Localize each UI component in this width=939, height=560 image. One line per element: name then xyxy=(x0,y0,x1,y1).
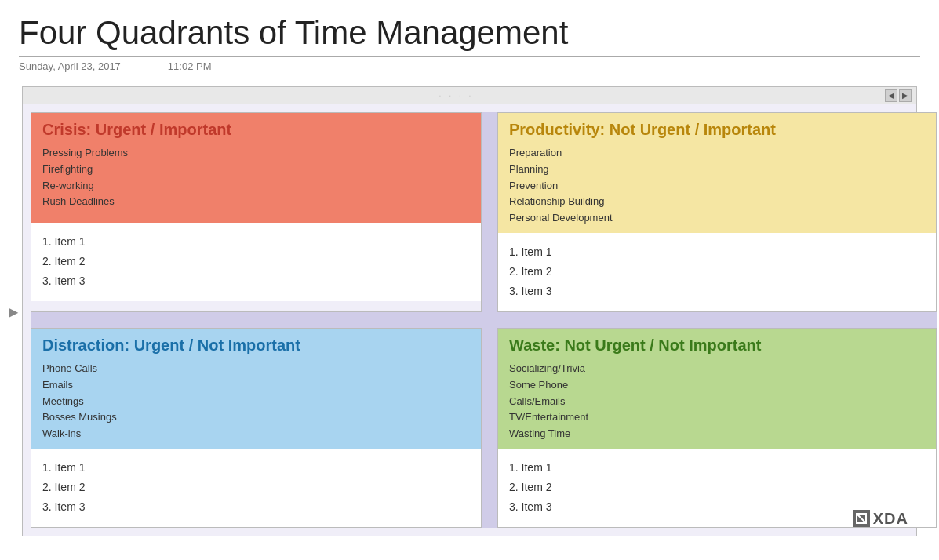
waste-item-4: Wasting Time xyxy=(509,426,925,442)
waste-item-1: Some Phone xyxy=(509,377,925,394)
watermark: XDA xyxy=(853,510,908,528)
quadrant-waste: Waste: Not Urgent / Not Important Social… xyxy=(497,328,937,528)
waste-title: Waste: Not Urgent / Not Important xyxy=(509,336,925,355)
waste-list-1: 2. Item 2 xyxy=(509,478,925,497)
productivity-list-2: 3. Item 3 xyxy=(509,282,925,301)
distraction-item-4: Walk-ins xyxy=(42,426,470,442)
nav-arrow-left[interactable]: ◀ xyxy=(885,89,897,102)
grid-container: Crisis: Urgent / Important Pressing Prob… xyxy=(23,104,916,536)
waste-header: Waste: Not Urgent / Not Important Social… xyxy=(498,329,936,449)
crisis-item-0: Pressing Problems xyxy=(42,145,470,162)
distraction-title: Distraction: Urgent / Not Important xyxy=(42,336,470,355)
frame-nav-dots: · · · · xyxy=(27,90,885,101)
crisis-item-3: Rush Deadlines xyxy=(42,194,470,210)
crisis-list-0: 1. Item 1 xyxy=(42,232,470,252)
content-frame: ▶ · · · · ◀ ▶ Crisis: Urgent / Important… xyxy=(22,86,917,536)
quadrant-crisis: Crisis: Urgent / Important Pressing Prob… xyxy=(31,112,482,312)
productivity-list-1: 2. Item 2 xyxy=(509,262,925,282)
waste-list-0: 1. Item 1 xyxy=(509,458,925,478)
spacer-mid-center xyxy=(482,312,497,328)
distraction-item-0: Phone Calls xyxy=(42,361,470,377)
distraction-items: 1. Item 1 2. Item 2 3. Item 3 xyxy=(31,449,481,527)
productivity-item-3: Relationship Building xyxy=(509,194,925,210)
page-meta: Sunday, April 23, 2017 11:02 PM xyxy=(19,60,920,72)
quadrant-grid: Crisis: Urgent / Important Pressing Prob… xyxy=(31,112,908,528)
nav-arrow-right[interactable]: ▶ xyxy=(899,89,912,102)
distraction-item-1: Emails xyxy=(42,377,470,394)
productivity-item-4: Personal Development xyxy=(509,210,925,227)
waste-item-0: Socializing/Trivia xyxy=(509,361,925,377)
quadrant-distraction: Distraction: Urgent / Not Important Phon… xyxy=(31,328,482,528)
distraction-list-2: 3. Item 3 xyxy=(42,497,470,517)
waste-item-3: TV/Entertainment xyxy=(509,409,925,426)
page-time: 11:02 PM xyxy=(168,60,212,72)
distraction-list-0: 1. Item 1 xyxy=(42,458,470,478)
productivity-title: Productivity: Not Urgent / Important xyxy=(509,121,925,139)
spacer-bottom-center xyxy=(482,328,497,528)
productivity-item-2: Prevention xyxy=(509,178,925,195)
watermark-icon-box xyxy=(853,510,870,527)
crisis-items: 1. Item 1 2. Item 2 3. Item 3 xyxy=(31,223,481,301)
productivity-items: 1. Item 1 2. Item 2 3. Item 3 xyxy=(498,233,936,311)
quadrant-productivity: Productivity: Not Urgent / Important Pre… xyxy=(497,112,937,312)
crisis-list-1: 2. Item 2 xyxy=(42,252,470,271)
crisis-item-1: Firefighting xyxy=(42,162,470,178)
spacer-top-center xyxy=(482,112,497,312)
productivity-list-0: 1. Item 1 xyxy=(509,242,925,262)
page-title: Four Quadrants of Time Management xyxy=(19,14,920,57)
frame-nav: · · · · ◀ ▶ xyxy=(23,87,916,104)
distraction-list-1: 2. Item 2 xyxy=(42,478,470,497)
waste-item-2: Calls/Emails xyxy=(509,394,925,410)
distraction-item-2: Meetings xyxy=(42,394,470,410)
frame-nav-arrows: ◀ ▶ xyxy=(885,89,912,102)
crisis-item-2: Re-working xyxy=(42,178,470,195)
crisis-header: Crisis: Urgent / Important Pressing Prob… xyxy=(31,113,481,223)
spacer-mid-right xyxy=(497,312,937,328)
drag-indicator[interactable]: ▶ xyxy=(9,304,18,318)
crisis-list-2: 3. Item 3 xyxy=(42,271,470,291)
watermark-text: XDA xyxy=(873,510,908,528)
xda-logo-icon xyxy=(855,512,868,525)
distraction-header: Distraction: Urgent / Not Important Phon… xyxy=(31,329,481,449)
productivity-item-0: Preparation xyxy=(509,145,925,162)
productivity-item-1: Planning xyxy=(509,162,925,178)
productivity-header: Productivity: Not Urgent / Important Pre… xyxy=(498,113,936,233)
page-date: Sunday, April 23, 2017 xyxy=(19,60,121,72)
spacer-mid-left xyxy=(31,312,482,328)
crisis-title: Crisis: Urgent / Important xyxy=(42,121,470,139)
svg-line-1 xyxy=(857,514,866,523)
distraction-item-3: Bosses Musings xyxy=(42,409,470,426)
